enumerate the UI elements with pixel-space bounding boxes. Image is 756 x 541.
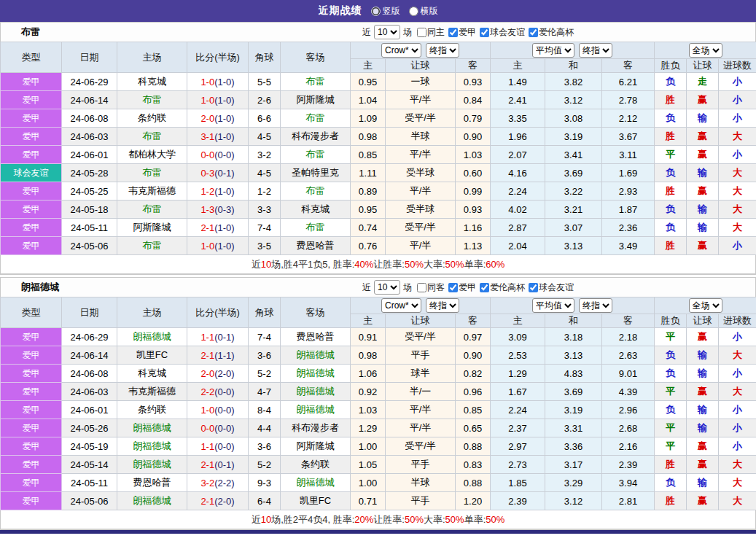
league-filter-checkbox-label[interactable]: 球会友谊 [529,281,574,294]
match-date: 24-05-06 [62,492,117,510]
league-filter-checkbox[interactable] [480,28,489,37]
summary-part: 20% [354,514,373,525]
result-handicap: 输 [687,346,719,365]
avg-home-odds: 2.07 [491,146,545,164]
average-select[interactable]: 平均值 [532,43,574,58]
league-filter-checkbox[interactable] [529,28,538,37]
league-filter-checkbox[interactable] [529,283,538,292]
final-odds-select[interactable]: 终指 [426,43,459,58]
final-odds-select-2[interactable]: 终指 [579,43,612,58]
fulltime-score: 1-1 [200,441,214,452]
avg-home-odds: 3.35 [491,109,545,128]
league-filter-checkbox[interactable] [480,283,489,292]
home-team-name: 布雷 [117,128,187,146]
column-header: 客场 [281,42,351,73]
match-row: 爱甲24-05-06布雷1-0(1-0)3-5费恩哈普0.76平/半1.132.… [1,237,756,255]
handicap-home-odds: 0.71 [351,492,386,510]
corner-score: 6-4 [249,492,281,510]
layout-vertical-option[interactable]: 竖版 [371,5,400,17]
avg-draw-odds: 3.69 [545,383,602,401]
layout-vertical-radio[interactable] [371,7,381,16]
match-date: 24-06-08 [62,109,117,128]
match-score: 1-1(0-1) [187,328,249,346]
column-header: 主场 [117,42,187,73]
home-team-name: 科克城 [117,73,187,91]
recent-count-select[interactable]: 10 [374,25,400,39]
league-filter-checkbox-label[interactable]: 球会友谊 [480,26,525,39]
summary-part: 50% [445,514,464,525]
corner-score: 2-6 [249,91,281,109]
average-select[interactable]: 平均值 [532,298,574,313]
match-score: 1-1(0-0) [187,437,249,456]
result-goals: 小 [719,365,756,383]
match-date: 24-06-14 [62,91,117,109]
column-subheader: 客 [456,59,491,73]
result-winloss: 胜 [655,91,687,109]
competition-type-badge: 爱甲 [1,346,62,365]
league-filter-checkbox[interactable] [448,28,458,37]
handicap-home-odds: 1.00 [351,437,386,456]
home-team-name: 朗福德城 [117,328,187,346]
fulltime-score: 3-1 [200,131,214,142]
league-filter-checkbox-label[interactable]: 爱甲 [448,26,476,39]
home-team-name: 凯里FC [117,346,187,365]
result-winloss: 胜 [655,182,687,201]
matches-label: 场 [403,26,412,39]
competition-type-badge: 爱甲 [1,492,62,510]
avg-away-odds: 1.87 [602,201,655,219]
match-row: 爱甲24-06-14凯里FC2-1(1-1)3-6朗福德城0.98平手0.902… [1,346,756,365]
column-header: 角球 [249,42,281,73]
league-filter-checkbox-label[interactable]: 爱伦高杯 [480,281,525,294]
avg-home-odds: 4.16 [491,164,545,182]
bookmaker-select[interactable]: Crow* [381,43,421,58]
results-table: 类型日期主场比分(半场)角球客场Crow*终指平均值终指全场主让球客主和客胜负让… [0,297,756,510]
avg-draw-odds: 3.17 [545,456,602,474]
result-goals: 大 [719,201,756,219]
layout-horizontal-option[interactable]: 横版 [409,5,438,17]
result-goals: 大 [719,346,756,365]
away-team-name: 布雷 [281,109,351,128]
corner-score: 1-2 [249,182,281,201]
home-team-name: 朗福德城 [117,437,187,456]
match-score: 3-2(2-2) [187,474,249,492]
recent-count-select[interactable]: 10 [374,280,400,295]
avg-away-odds: 2.12 [602,109,655,128]
corner-score: 4-5 [249,128,281,146]
column-subheader: 进球数 [719,59,756,73]
result-handicap: 赢 [687,328,719,346]
league-filter-checkbox[interactable] [448,283,458,292]
competition-type-badge: 爱甲 [1,201,62,219]
avg-away-odds: 3.67 [602,128,655,146]
match-date: 24-05-28 [62,164,117,182]
column-subheader: 进球数 [719,314,756,328]
away-team-name: 科克城 [281,201,351,219]
same-venue-checkbox-label[interactable]: 同主 [417,26,445,39]
same-venue-checkbox[interactable] [417,28,426,37]
result-handicap: 输 [687,164,719,182]
match-date: 24-05-06 [62,237,117,255]
recent-label: 近 [362,26,371,39]
match-date: 24-06-29 [62,328,117,346]
handicap-line: 平/半 [386,401,456,419]
away-team-name: 朗福德城 [281,383,351,401]
away-team-name: 布雷 [281,182,351,201]
bookmaker-select[interactable]: Crow* [381,298,421,313]
same-venue-checkbox[interactable] [417,283,426,292]
league-filter-checkbox-label[interactable]: 爱伦高杯 [529,26,574,39]
column-header: 类型 [1,42,62,73]
full-match-select[interactable]: 全场 [689,298,722,313]
same-venue-checkbox-label[interactable]: 同客 [417,281,445,294]
corner-score: 3-6 [249,437,281,456]
final-odds-select-2[interactable]: 终指 [579,298,612,313]
avg-draw-odds: 4.83 [545,365,602,383]
full-match-select[interactable]: 全场 [689,43,722,58]
avg-away-odds: 2.16 [602,437,655,456]
home-team-name: 朗福德城 [117,492,187,510]
away-team-name: 朗福德城 [281,365,351,383]
final-odds-select[interactable]: 终指 [426,298,459,313]
layout-horizontal-radio[interactable] [409,7,418,16]
match-date: 24-05-19 [62,437,117,456]
league-filter-checkbox-label[interactable]: 爱甲 [448,281,476,294]
team-section: 布雷近10场同主爱甲球会友谊爱伦高杯类型日期主场比分(半场)角球客场Crow*终… [0,22,756,275]
fulltime-score: 0-0 [200,423,214,434]
